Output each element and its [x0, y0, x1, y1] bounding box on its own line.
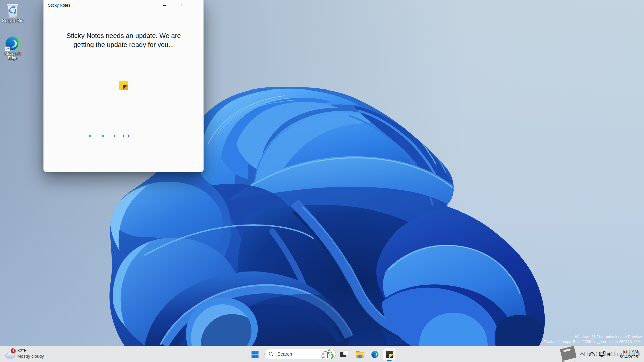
- svg-text:4: 4: [12, 349, 14, 353]
